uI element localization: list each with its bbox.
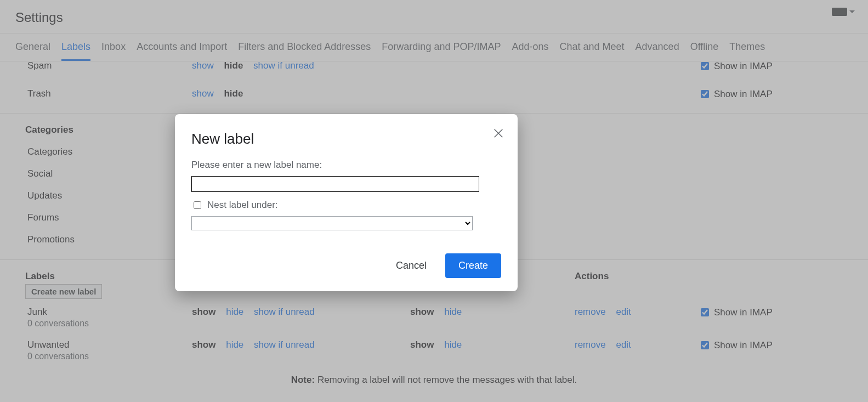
close-button[interactable] [492, 127, 504, 141]
nest-under-label: Nest label under: [207, 200, 278, 211]
label-name-prompt: Please enter a new label name: [191, 160, 501, 171]
label-name-input[interactable] [191, 176, 479, 192]
new-label-dialog: New label Please enter a new label name:… [175, 114, 518, 291]
nest-under-row[interactable]: Nest label under: [191, 200, 501, 211]
dialog-title: New label [191, 131, 501, 148]
cancel-button[interactable]: Cancel [393, 254, 430, 277]
dialog-actions: Cancel Create [191, 253, 501, 278]
create-button[interactable]: Create [445, 253, 501, 278]
nest-under-select[interactable] [191, 216, 473, 230]
close-icon [492, 127, 504, 139]
nest-under-checkbox[interactable] [194, 201, 201, 209]
